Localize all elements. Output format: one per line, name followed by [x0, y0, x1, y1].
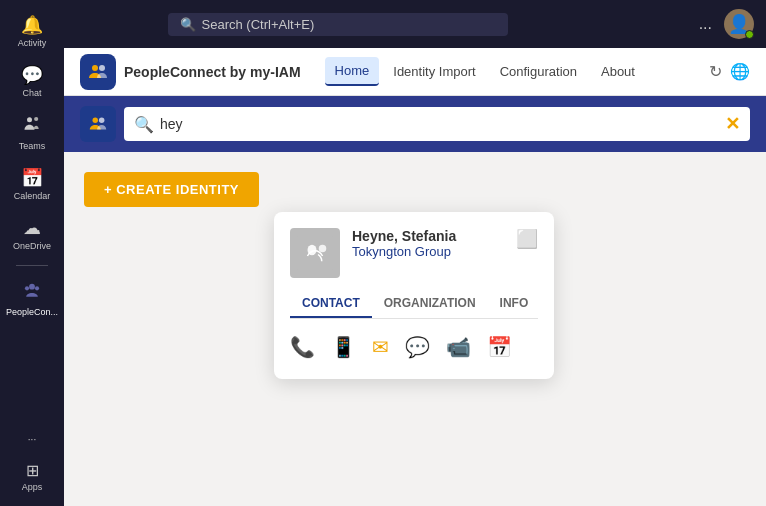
search-clear-button[interactable]: ✕ — [725, 113, 740, 135]
email-icon[interactable]: ✉ — [372, 335, 389, 359]
content-area: + CREATE IDENTITY Heyne, Stefa — [64, 152, 766, 506]
sidebar-more-button[interactable]: ··· — [0, 428, 64, 451]
search-icon: 🔍 — [180, 17, 196, 32]
apps-icon: ⊞ — [26, 461, 39, 480]
more-icon: ··· — [28, 434, 36, 445]
app-content: PeopleConnect by my-IAM Home Identity Im… — [64, 48, 766, 506]
svg-point-7 — [93, 118, 99, 124]
globe-icon[interactable]: 🌐 — [730, 62, 750, 81]
global-search-placeholder: Search (Ctrl+Alt+E) — [202, 17, 315, 32]
svg-point-5 — [92, 65, 98, 71]
main-area: 🔍 Search (Ctrl+Alt+E) ... 👤 — [64, 0, 766, 506]
sidebar-item-teams[interactable]: Teams — [0, 108, 64, 157]
sidebar-item-activity[interactable]: 🔔 Activity — [0, 8, 64, 54]
tab-contact[interactable]: CONTACT — [290, 290, 372, 318]
peopleconnect-icon — [22, 280, 42, 305]
chat-icon[interactable]: 💬 — [405, 335, 430, 359]
card-actions: 📞 📱 ✉ 💬 📹 📅 — [290, 331, 538, 363]
search-icon: 🔍 — [134, 115, 154, 134]
app-header-right: ↻ 🌐 — [709, 62, 750, 81]
svg-point-8 — [99, 118, 105, 124]
svg-point-3 — [25, 286, 29, 290]
divider — [16, 265, 48, 266]
card-tabs: CONTACT ORGANIZATION INFO — [290, 290, 538, 319]
sidebar-item-label: Chat — [22, 88, 41, 98]
sidebar-item-calendar[interactable]: 📅 Calendar — [0, 161, 64, 207]
nav-home[interactable]: Home — [325, 57, 380, 86]
teams-icon — [22, 114, 42, 139]
card-info: Heyne, Stefania Tokyngton Group — [352, 228, 504, 259]
video-icon[interactable]: 📹 — [446, 335, 471, 359]
sidebar-item-label: Calendar — [14, 191, 51, 201]
search-input[interactable] — [160, 116, 719, 132]
mobile-icon[interactable]: 📱 — [331, 335, 356, 359]
avatar-status — [745, 30, 754, 39]
sidebar-item-chat[interactable]: 💬 Chat — [0, 58, 64, 104]
logo-icon — [80, 54, 116, 90]
global-search-box[interactable]: 🔍 Search (Ctrl+Alt+E) — [168, 13, 508, 36]
svg-point-6 — [99, 65, 105, 71]
sidebar-item-onedrive[interactable]: ☁ OneDrive — [0, 211, 64, 257]
contact-avatar — [290, 228, 340, 278]
svg-point-11 — [308, 245, 317, 256]
sidebar-item-label: Activity — [18, 38, 47, 48]
card-header: Heyne, Stefania Tokyngton Group ⬜ — [290, 228, 538, 278]
top-bar-right: ... 👤 — [699, 9, 754, 39]
calendar-icon[interactable]: 📅 — [487, 335, 512, 359]
create-identity-button[interactable]: + CREATE IDENTITY — [84, 172, 259, 207]
sidebar-item-label: Teams — [19, 141, 46, 151]
phone-icon[interactable]: 📞 — [290, 335, 315, 359]
contact-company: Tokyngton Group — [352, 244, 504, 259]
search-bar-logo — [80, 106, 116, 142]
nav-configuration[interactable]: Configuration — [490, 58, 587, 85]
apps-label: Apps — [22, 482, 43, 492]
tab-organization[interactable]: ORGANIZATION — [372, 290, 488, 318]
svg-point-0 — [27, 117, 32, 122]
tab-info[interactable]: INFO — [488, 290, 541, 318]
svg-point-2 — [29, 284, 35, 290]
top-bar: 🔍 Search (Ctrl+Alt+E) ... 👤 — [64, 0, 766, 48]
contact-name: Heyne, Stefania — [352, 228, 504, 244]
user-avatar-container[interactable]: 👤 — [724, 9, 754, 39]
svg-point-10 — [319, 245, 327, 253]
app-logo: PeopleConnect by my-IAM — [80, 54, 301, 90]
activity-icon: 🔔 — [21, 14, 43, 36]
contact-card: Heyne, Stefania Tokyngton Group ⬜ CONTAC… — [274, 212, 554, 379]
nav-about[interactable]: About — [591, 58, 645, 85]
svg-point-1 — [34, 117, 38, 121]
search-input-wrapper: 🔍 ✕ — [124, 107, 750, 141]
sidebar-item-label: OneDrive — [13, 241, 51, 251]
sidebar-item-peopleconnect[interactable]: PeopleCon... — [0, 274, 64, 323]
onedrive-icon: ☁ — [23, 217, 41, 239]
refresh-icon[interactable]: ↻ — [709, 62, 722, 81]
nav-identity-import[interactable]: Identity Import — [383, 58, 485, 85]
app-bar: 🔔 Activity 💬 Chat Teams 📅 Calendar ☁ One… — [0, 0, 64, 506]
profile-icon[interactable]: ⬜ — [516, 228, 538, 250]
sidebar-apps-button[interactable]: ⊞ Apps — [0, 455, 64, 498]
search-bar: 🔍 ✕ — [64, 96, 766, 152]
app-header: PeopleConnect by my-IAM Home Identity Im… — [64, 48, 766, 96]
more-options-button[interactable]: ... — [699, 15, 712, 33]
calendar-icon: 📅 — [21, 167, 43, 189]
app-title: PeopleConnect by my-IAM — [124, 64, 301, 80]
svg-point-4 — [35, 286, 39, 290]
chat-icon: 💬 — [21, 64, 43, 86]
sidebar-item-label: PeopleCon... — [6, 307, 58, 317]
app-nav: Home Identity Import Configuration About — [325, 57, 645, 86]
